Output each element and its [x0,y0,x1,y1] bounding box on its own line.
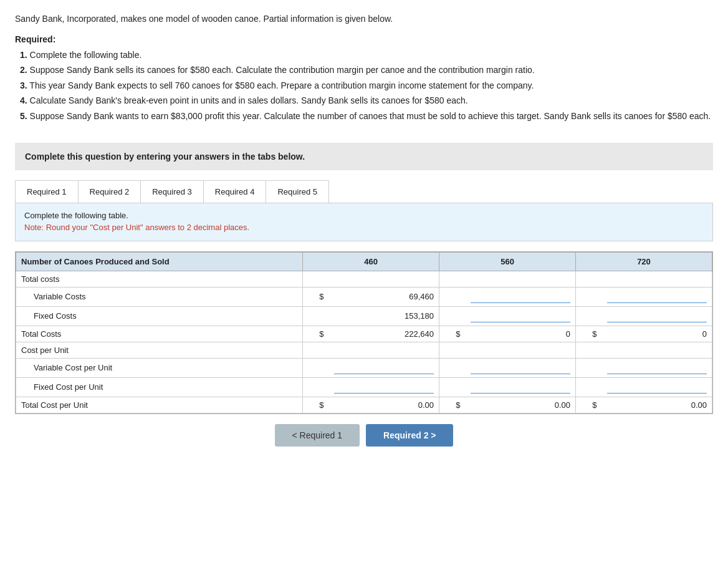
col-header-720: 720 [576,252,712,271]
gray-instruction-box: Complete this question by entering your … [15,143,713,170]
input-fixed-cpu-560[interactable] [471,381,570,394]
row-label-total-cpu: Total Cost per Unit [16,397,303,413]
row-val-cpu-560 [439,342,576,358]
row-label-var-cpu: Variable Cost per Unit [16,358,303,377]
row-val-total-costs-560 [439,271,576,287]
row-label-variable-costs: Variable Costs [16,287,303,306]
input-var-cost-560[interactable] [471,291,570,303]
tab-required-4[interactable]: Required 4 [204,181,267,203]
row-label-cost-per-unit: Cost per Unit [16,342,303,358]
row-dollar-fixedcpu-460 [303,377,329,397]
intro-text: Sandy Bank, Incorporated, makes one mode… [15,12,713,26]
row-dollar-totalcpu-720: $ [576,397,602,413]
req-1: 1. Complete the following table. [20,48,713,62]
content-area: Complete the following table. Note: Roun… [15,203,713,241]
table-row-variable-costs: Variable Costs $ 69,460 [16,287,712,306]
row-val-totalcpu-460: 0.00 [329,397,439,413]
req-4: 4. Calculate Sandy Bank's break-even poi… [20,94,713,107]
row-dollar-varcpu-560 [439,358,466,377]
input-var-cpu-460[interactable] [334,362,434,374]
row-val-cpu-720 [576,342,712,358]
table-row-total-costs-values: Total Costs $ 222,640 $ 0 $ 0 [16,326,712,342]
tab-required-1[interactable]: Required 1 [16,181,79,203]
req-2: 2. Suppose Sandy Bank sells its canoes f… [20,63,713,77]
row-val-total-costs-460 [303,271,439,287]
row-val-fixedcpu-560 [466,377,576,397]
row-dollar-totalcost-720: $ [576,326,602,342]
nav-buttons: < Required 1 Required 2 > [15,424,713,447]
input-fixed-cpu-720[interactable] [607,381,707,394]
content-instruction: Complete the following table. [24,211,704,220]
tab-required-2[interactable]: Required 2 [79,181,141,203]
table-row-total-costs-header: Total costs [16,271,712,287]
tabs-container: Required 1 Required 2 Required 3 Require… [15,180,329,203]
table-wrapper: Number of Canoes Produced and Sold 460 5… [15,251,713,414]
input-var-cpu-720[interactable] [607,362,707,374]
row-label-fixed-costs: Fixed Costs [16,306,303,326]
input-fixed-cost-720[interactable] [607,310,707,322]
input-var-cost-720[interactable] [607,291,707,303]
requirements-list: 1. Complete the following table. 2. Supp… [20,48,713,123]
row-dollar-totalcost-560: $ [439,326,466,342]
row-dollar-fixed-560 [439,306,466,326]
row-val-varcpu-720 [602,358,712,377]
next-button[interactable]: Required 2 > [366,424,453,447]
tab-required-3[interactable]: Required 3 [141,181,204,203]
row-val-var-560 [466,287,576,306]
row-dollar-fixed-460 [303,306,329,326]
row-val-varcpu-560 [466,358,576,377]
row-val-fixed-720 [602,306,712,326]
col-header-560: 560 [439,252,576,271]
table-row-fixed-costs: Fixed Costs 153,180 [16,306,712,326]
row-val-var-720 [602,287,712,306]
row-val-total-costs-720 [576,271,712,287]
row-val-totalcpu-720: 0.00 [602,397,712,413]
table-row-fixed-cost-per-unit: Fixed Cost per Unit [16,377,712,397]
row-label-fixed-cpu: Fixed Cost per Unit [16,377,303,397]
row-dollar-varcpu-720 [576,358,602,377]
table-row-var-cost-per-unit: Variable Cost per Unit [16,358,712,377]
req-5: 5. Suppose Sandy Bank wants to earn $83,… [20,109,713,123]
row-dollar-fixedcpu-720 [576,377,602,397]
row-dollar-var-720 [576,287,602,306]
input-fixed-cost-560[interactable] [471,310,570,322]
row-label-total-costs: Total costs [16,271,303,287]
input-var-cpu-560[interactable] [471,362,570,374]
row-dollar-totalcpu-560: $ [439,397,466,413]
row-val-totalcpu-560: 0.00 [466,397,576,413]
row-val-fixedcpu-720 [602,377,712,397]
table-row-cost-per-unit-header: Cost per Unit [16,342,712,358]
row-dollar-totalcost-460: $ [303,326,329,342]
col-header-460: 460 [303,252,439,271]
required-heading: Required: [15,34,713,44]
row-val-fixedcpu-460 [329,377,439,397]
col-header-label: Number of Canoes Produced and Sold [16,252,303,271]
row-dollar-var-460: $ [303,287,329,306]
tab-required-5[interactable]: Required 5 [266,181,328,203]
row-val-totalcost-560: 0 [466,326,576,342]
row-val-fixed-560 [466,306,576,326]
row-val-totalcost-460: 222,640 [329,326,439,342]
row-val-cpu-460 [303,342,439,358]
req-3: 3. This year Sandy Bank expects to sell … [20,79,713,92]
prev-button[interactable]: < Required 1 [275,424,360,447]
row-dollar-var-560 [439,287,466,306]
row-dollar-fixed-720 [576,306,602,326]
table-row-total-cost-per-unit: Total Cost per Unit $ 0.00 $ 0.00 $ 0.00 [16,397,712,413]
row-val-varcpu-460 [329,358,439,377]
row-val-fixed-460: 153,180 [329,306,439,326]
row-dollar-totalcpu-460: $ [303,397,329,413]
row-dollar-varcpu-460 [303,358,329,377]
row-val-var-460: 69,460 [329,287,439,306]
row-val-totalcost-720: 0 [602,326,712,342]
row-label-total-costs-val: Total Costs [16,326,303,342]
content-note: Note: Round your "Cost per Unit" answers… [24,223,704,232]
input-fixed-cpu-460[interactable] [334,381,434,394]
tabs-wrapper: Required 1 Required 2 Required 3 Require… [15,180,713,203]
canoe-cost-table: Number of Canoes Produced and Sold 460 5… [16,252,712,413]
row-dollar-fixedcpu-560 [439,377,466,397]
